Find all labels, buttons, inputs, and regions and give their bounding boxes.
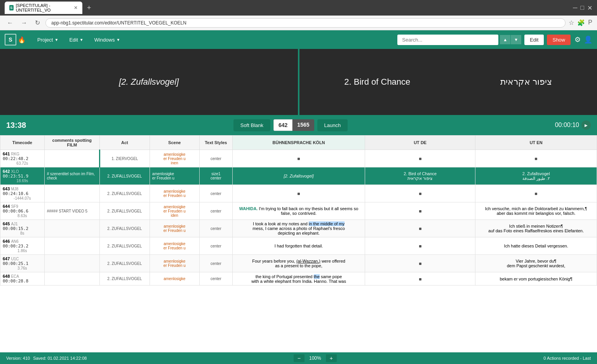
tab-title: [SPECTITULAR] - UNTERTITEL_VO (16, 3, 70, 12)
comment-cell (44, 237, 99, 255)
header-buhnen: BÜHNENSPRACHE KÖLN (233, 136, 365, 150)
header-scene: Scene (150, 136, 199, 150)
buhnen-cell: I had forgotten that detail. (233, 237, 365, 255)
zoom-in-btn[interactable]: + (326, 354, 337, 362)
tab-close-btn[interactable]: ✕ (74, 5, 78, 10)
counter-current[interactable]: 642 (273, 119, 292, 131)
ut-en-cell (475, 150, 597, 167)
table-row[interactable]: 642 XLO 00:23:51.9 18.69s # szenentitel … (0, 167, 597, 185)
buhnen-cell (233, 185, 365, 202)
scene-cell: amenlosigkeer Freuden u (150, 185, 199, 202)
search-down-btn[interactable]: ▼ (511, 35, 521, 44)
ut-de-cell (365, 237, 475, 255)
style-cell: center (199, 237, 232, 255)
row-id-cell: 643 MJ8 00:24:10.6 -1444.07s (0, 185, 45, 202)
search-input[interactable] (397, 35, 498, 45)
refresh-btn[interactable]: ↻ (33, 18, 42, 27)
comment-cell (44, 255, 99, 272)
fire-icon[interactable]: 🔥 (18, 36, 26, 44)
counter-total[interactable]: 1565 (292, 119, 314, 131)
comment-cell (44, 185, 99, 202)
browser-chrome: S [SPECTITULAR] - UNTERTITEL_VO ✕ + ─ □ … (0, 0, 597, 16)
table-row[interactable]: 647 U1C 00:00:25.1 3.76s 2. ZUFALLSVOGEL… (0, 255, 597, 272)
preview-en-text: 2. Bird of Chance (344, 77, 410, 87)
comment-cell (44, 150, 99, 167)
ut-de-cell (365, 150, 475, 167)
ut-de-cell: 2. Bird of Chance ציפור אקראית (365, 167, 475, 185)
row-id-cell: 642 XLO 00:23:51.9 18.69s (0, 167, 45, 185)
zoom-out-btn[interactable]: − (294, 354, 305, 362)
window-close[interactable]: ✕ (587, 4, 592, 12)
preview-right: 2. Bird of Chance ציפור אקראית (299, 49, 597, 115)
subtitle-table-container[interactable]: Timecode comments spotting FILM Act Scen… (0, 135, 597, 352)
windows-arrow-icon: ▼ (116, 38, 120, 42)
table-row[interactable]: 646 AN6 00:00:23.2 1.86s 2. ZUFALLSVOGEL… (0, 237, 597, 255)
ut-de-cell (365, 220, 475, 237)
user-icon[interactable]: 👤 (584, 35, 592, 44)
header-ut-en: UT EN (475, 136, 597, 150)
window-minimize[interactable]: ─ (573, 4, 577, 12)
app-logo: S (5, 34, 16, 45)
new-tab-btn[interactable]: + (87, 4, 91, 12)
table-row[interactable]: 648 ECA 00:00:28.8 2. ZUFALLSVOGEL amenl… (0, 272, 597, 286)
ut-de-cell (365, 255, 475, 272)
bookmark-icon[interactable]: ☆ (569, 19, 574, 26)
style-cell: center (199, 220, 232, 237)
ut-en-cell: Ich stieß in meinen Notizen¶auf das Foto… (475, 220, 597, 237)
style-cell: center (199, 185, 232, 202)
launch-btn[interactable]: Launch (317, 119, 348, 131)
ut-en-cell: Ich versuche, mich an die Doktorarbeit z… (475, 202, 597, 220)
timeline-bar: 13:38 Soft Blank 642 1565 Launch 00:00:1… (0, 115, 597, 135)
scene-cell: amenlosigkeer Freuden u (150, 167, 199, 185)
table-row[interactable]: 641 RKG 00:22:48.2 63.72s 1. ZIERVOGEL a… (0, 150, 597, 167)
header-ut-de: UT DE (365, 136, 475, 150)
act-cell: 1. ZIERVOGEL (99, 150, 150, 167)
search-up-btn[interactable]: ▲ (500, 35, 510, 44)
nav-icons: ☆ 🧩 P (569, 19, 592, 26)
preview-area: [2. Zufallsvogel] 2. Bird of Chance ציפו… (0, 49, 597, 115)
version-text: Version: 410 (6, 356, 30, 361)
header-act: Act (99, 136, 150, 150)
project-menu[interactable]: Project ▼ (32, 30, 64, 49)
extensions-icon[interactable]: 🧩 (577, 19, 585, 26)
buhnen-cell: I took a look at my notes and in the mid… (233, 220, 365, 237)
table-row[interactable]: 644 SF9 00:00:06.6 8.63s ##### START VID… (0, 202, 597, 220)
preview-he-text: ציפור אקראית (500, 77, 552, 87)
address-bar[interactable] (45, 18, 566, 28)
settings-icon[interactable]: ⚙ (574, 35, 581, 44)
buhnen-cell: Four years before you, (al-Wazzan,) were… (233, 255, 365, 272)
counter-group: 642 1565 (273, 119, 314, 131)
edit-show-btn[interactable]: Edit (524, 35, 544, 45)
app-header: S 🔥 Project ▼ Edit ▼ Windows ▼ ▲ ▼ Edit … (0, 30, 597, 49)
table-row[interactable]: 645 AJ1 00:00:15.2 8s 2. ZUFALLSVOGEL am… (0, 220, 597, 237)
row-id-cell: 646 AN6 00:00:23.2 1.86s (0, 237, 45, 255)
timeline-controls: Soft Blank 642 1565 Launch (233, 119, 348, 131)
zoom-level: 100% (309, 355, 321, 361)
play-btn[interactable]: ▶ (581, 120, 591, 130)
comment-cell (44, 272, 99, 286)
buhnen-cell: the king of Portugal presented the same … (233, 272, 365, 286)
act-cell: 2. ZUFALLSVOGEL (99, 202, 150, 220)
style-cell: center (199, 255, 232, 272)
edit-arrow-icon: ▼ (80, 38, 84, 42)
ut-en-cell: Vier Jahre, bevor du¶dem Papst geschenkt… (475, 255, 597, 272)
row-id-cell: 648 ECA 00:00:28.8 (0, 272, 45, 286)
forward-btn[interactable]: → (19, 19, 30, 27)
timeline-duration: 00:00:10 ▶ (555, 120, 591, 130)
actions-text: 0 Actions recorded - Last (543, 356, 591, 361)
soft-blank-btn[interactable]: Soft Blank (233, 119, 270, 131)
table-row[interactable]: 643 MJ8 00:24:10.6 -1444.07s 2. ZUFALLSV… (0, 185, 597, 202)
ut-en-cell: Ich hatte dieses Detail vergessen. (475, 237, 597, 255)
show-btn[interactable]: Show (547, 35, 571, 45)
window-maximize[interactable]: □ (580, 4, 584, 12)
scene-cell: amenlosigkeer Freuden u (150, 220, 199, 237)
profile-icon[interactable]: P (588, 19, 592, 26)
edit-menu[interactable]: Edit ▼ (64, 30, 89, 49)
style-cell: center (199, 202, 232, 220)
status-right: 0 Actions recorded - Last (543, 356, 591, 361)
windows-menu[interactable]: Windows ▼ (89, 30, 126, 49)
browser-tab[interactable]: S [SPECTITULAR] - UNTERTITEL_VO ✕ (5, 2, 82, 14)
act-cell: 2. ZUFALLSVOGEL (99, 167, 150, 185)
buhnen-cell (233, 150, 365, 167)
back-btn[interactable]: ← (5, 19, 16, 27)
